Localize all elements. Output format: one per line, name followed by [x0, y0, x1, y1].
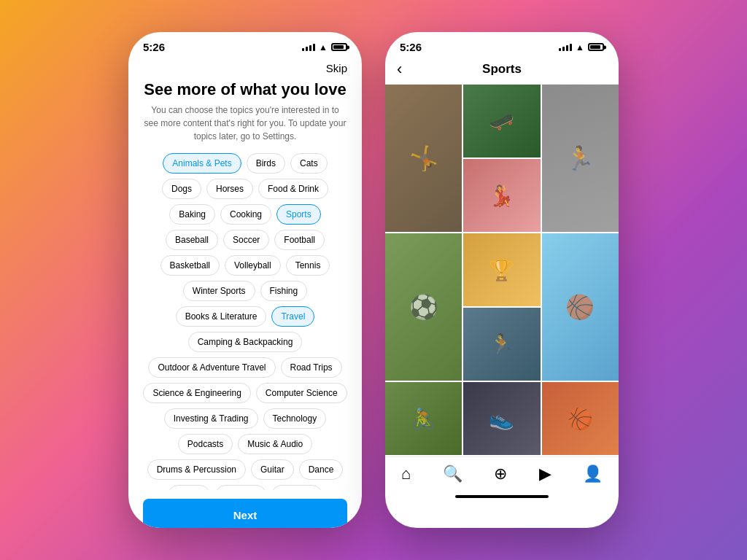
- battery-icon-right: [588, 43, 604, 51]
- tag-horses[interactable]: Horses: [206, 179, 253, 199]
- status-bar-left: 5:26 ▲: [128, 32, 362, 59]
- photo-cell-1[interactable]: 🤸: [385, 85, 462, 232]
- photo-cell-10[interactable]: 👟: [463, 382, 540, 455]
- tag-baseball[interactable]: Baseball: [166, 230, 218, 250]
- signal-icon: [302, 44, 315, 51]
- tag-cooking[interactable]: Cooking: [220, 204, 271, 225]
- interests-content: See more of what you love You can choose…: [128, 74, 362, 490]
- time-right: 5:26: [400, 41, 422, 53]
- tag-animals-pets[interactable]: Animals & Pets: [163, 153, 241, 174]
- next-btn-container: Next: [128, 490, 362, 528]
- next-button[interactable]: Next: [143, 499, 347, 528]
- reels-nav-icon[interactable]: ▶: [539, 464, 551, 483]
- subtitle-text: You can choose the topics you're interes…: [143, 104, 347, 143]
- tag-winter-sports[interactable]: Winter Sports: [183, 281, 255, 301]
- status-bar-right: 5:26 ▲: [385, 32, 619, 59]
- tag-soccer[interactable]: Soccer: [223, 230, 269, 250]
- home-nav-icon[interactable]: ⌂: [401, 464, 411, 483]
- tag-crafts[interactable]: Crafts: [168, 485, 210, 490]
- tag-camping-backpacking[interactable]: Camping & Backpacking: [188, 332, 303, 352]
- wifi-icon-right: ▲: [576, 42, 584, 52]
- back-button[interactable]: ‹: [397, 60, 402, 79]
- signal-icon-right: [559, 44, 572, 51]
- tag-food-drink[interactable]: Food & Drink: [258, 179, 328, 199]
- bottom-nav: ⌂ 🔍 ⊕ ▶ 👤: [385, 456, 619, 491]
- skip-button[interactable]: Skip: [326, 62, 347, 74]
- tag-volleyball[interactable]: Volleyball: [225, 255, 281, 276]
- photo-cell-11[interactable]: 🏀: [542, 382, 619, 455]
- status-icons-right: ▲: [559, 42, 604, 52]
- photo-cell-2[interactable]: 🛹: [463, 85, 540, 158]
- tag-books-literature[interactable]: Books & Literature: [176, 306, 267, 327]
- time-left: 5:26: [143, 41, 165, 53]
- tags-container: Animals & PetsBirdsCatsDogsHorsesFood & …: [143, 153, 347, 490]
- tag-tennis[interactable]: Tennis: [286, 255, 330, 276]
- search-nav-icon[interactable]: 🔍: [443, 464, 462, 483]
- tag-fishing[interactable]: Fishing: [260, 281, 308, 301]
- tag-basketball[interactable]: Basketball: [160, 255, 220, 276]
- tag-drums-percussion[interactable]: Drums & Percussion: [147, 459, 246, 480]
- tag-cats[interactable]: Cats: [290, 153, 328, 174]
- page-title: See more of what you love: [143, 80, 347, 99]
- tag-music-audio[interactable]: Music & Audio: [238, 434, 312, 454]
- right-phone: 5:26 ▲ ‹ Sports 🤸 🛹: [385, 32, 619, 528]
- skip-row: Skip: [128, 59, 362, 74]
- tag-birds[interactable]: Birds: [247, 153, 285, 174]
- tag-guitar[interactable]: Guitar: [251, 459, 294, 480]
- tag-baking[interactable]: Baking: [169, 204, 215, 225]
- tag-technology[interactable]: Technology: [263, 408, 327, 429]
- home-indicator-right: [455, 495, 549, 498]
- tag-science-engineering[interactable]: Science & Engineering: [143, 383, 250, 403]
- tag-drawing[interactable]: Drawing: [215, 485, 266, 490]
- tag-painting[interactable]: Painting: [271, 485, 322, 490]
- profile-nav-icon[interactable]: 👤: [583, 464, 603, 483]
- photo-cell-4[interactable]: 💃: [463, 159, 540, 232]
- wifi-icon: ▲: [319, 42, 328, 52]
- photo-cell-9[interactable]: 🚴: [385, 382, 462, 455]
- tag-podcasts[interactable]: Podcasts: [178, 434, 233, 454]
- photo-cell-3[interactable]: 🏃: [542, 85, 619, 232]
- photo-cell-6[interactable]: 🏆: [463, 233, 540, 306]
- battery-icon: [331, 43, 347, 51]
- photo-cell-7[interactable]: 🏀: [542, 233, 619, 381]
- tag-computer-science[interactable]: Computer Science: [256, 383, 347, 403]
- header-title: Sports: [482, 62, 522, 77]
- sports-header: ‹ Sports: [385, 59, 619, 85]
- tag-road-trips[interactable]: Road Trips: [281, 357, 342, 378]
- status-icons-left: ▲: [302, 42, 347, 52]
- tag-investing-trading[interactable]: Investing & Trading: [164, 408, 258, 429]
- tag-football[interactable]: Football: [274, 230, 325, 250]
- photo-cell-5[interactable]: ⚽: [385, 233, 462, 381]
- tag-outdoor-adventure-travel[interactable]: Outdoor & Adventure Travel: [148, 357, 275, 378]
- tag-sports[interactable]: Sports: [276, 204, 321, 225]
- left-phone: 5:26 ▲ Skip See more of what you love Yo…: [128, 32, 362, 528]
- sports-photo-grid: 🤸 🛹 🏃 💃 ⚽ 🏆 🏀 🏃: [385, 85, 619, 456]
- create-nav-icon[interactable]: ⊕: [494, 464, 507, 483]
- tag-travel[interactable]: Travel: [271, 306, 314, 327]
- photo-cell-8[interactable]: 🏃: [463, 308, 540, 381]
- tag-dance[interactable]: Dance: [299, 459, 344, 480]
- tag-dogs[interactable]: Dogs: [162, 179, 201, 199]
